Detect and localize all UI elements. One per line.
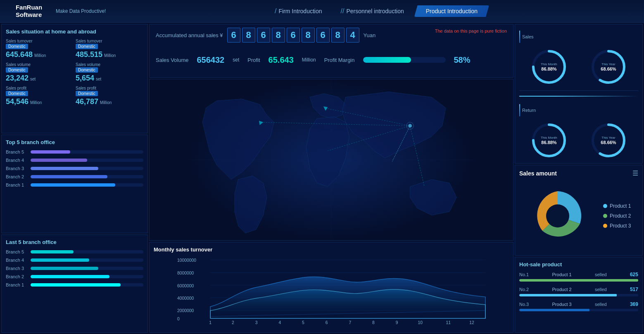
gauge-year-label-2: This Year — [601, 136, 616, 140]
branch-name: Branch 2 — [6, 274, 27, 279]
center-top-panel: Accumulated annual sales ¥ 686868684 Yua… — [149, 24, 513, 78]
return-indicator — [519, 104, 520, 116]
gauge-month-label-1: This Month — [541, 62, 557, 66]
stat-row-turnover-1: 645.648 Million — [6, 50, 74, 59]
hot-item-header: No.1 Product 1 selled 625 — [519, 272, 638, 277]
hot-selled-label: selled — [595, 287, 607, 292]
nav-tab-product[interactable]: Product Introduction — [414, 5, 489, 17]
hot-product-name: Product 2 — [552, 287, 572, 292]
return-gauges-row: This Month 86.88% This Year — [519, 122, 638, 159]
svg-text:4: 4 — [278, 320, 281, 325]
svg-text:8: 8 — [372, 320, 375, 325]
hot-sale-list: No.1 Product 1 selled 625 No.2 Product 2… — [519, 272, 638, 311]
gauge-circle-2: This Year 68.66% — [590, 48, 627, 85]
branch-bar-bg — [31, 258, 143, 262]
svg-text:8000000: 8000000 — [177, 271, 194, 275]
branch-bar-fill — [31, 258, 89, 262]
hot-count: 369 — [630, 301, 638, 307]
margin-bar — [363, 57, 446, 63]
hot-bar-fill — [519, 294, 617, 296]
nav-tab-firm[interactable]: / Firm Introduction — [266, 5, 330, 17]
stat-profit-2: Sales profit Domestic — [76, 86, 143, 96]
gauge-month-label-2: This Month — [541, 136, 557, 140]
legend-dot-product2 — [603, 214, 607, 218]
nav-tab-personnel[interactable]: // Personnel introduction — [333, 5, 412, 17]
branch-bar-bg — [31, 183, 143, 187]
hot-item-header: No.3 Product 3 selled 369 — [519, 301, 638, 307]
digit-box: 8 — [272, 28, 285, 43]
svg-text:2000000: 2000000 — [177, 308, 194, 313]
monthly-title: Monthly sales turnover — [154, 246, 509, 253]
branch-bar-fill — [31, 175, 107, 178]
stat-col-1: Sales turnover Domestic 645.648 Million … — [6, 39, 74, 106]
branch-bar-bg — [31, 283, 143, 287]
svg-text:11: 11 — [446, 320, 451, 325]
hot-selled-label: selled — [595, 272, 607, 277]
stat-volume-1: Sales volume Domestic — [6, 62, 74, 73]
stat-row-volume-2: 5,654 set — [76, 74, 143, 83]
stat-row-volume-1: 23,242 set — [6, 74, 74, 83]
branch-bar-fill — [31, 283, 121, 287]
branch-bar-fill — [31, 159, 87, 162]
logo: FanRuanSoftware — [6, 4, 52, 19]
sales-gauges-row: This Month 86.88% This Year — [519, 48, 638, 85]
svg-text:4000000: 4000000 — [177, 296, 194, 301]
hot-rank: No.2 — [519, 287, 529, 292]
profit-unit: Million — [302, 57, 316, 63]
volume-label: Sales Volume — [156, 57, 189, 63]
hot-product-name: Product 3 — [552, 302, 572, 307]
world-map — [149, 79, 513, 241]
hot-bar-bg — [519, 294, 638, 296]
branch-bar-bg — [31, 250, 143, 253]
stats-grid: Sales turnover Domestic 645.648 Million … — [6, 39, 143, 106]
digit-box: 6 — [257, 28, 270, 43]
branch-name: Branch 5 — [6, 249, 27, 254]
header: FanRuanSoftware Make Data Productive! / … — [0, 0, 644, 23]
slash-icon-2: // — [341, 7, 345, 15]
top5-title: Top 5 branch office — [6, 139, 143, 145]
svg-text:10000000: 10000000 — [177, 258, 196, 263]
branch-name: Branch 3 — [6, 166, 27, 171]
hot-item: No.2 Product 2 selled 517 — [519, 287, 638, 296]
metrics-row: Sales Volume 656432 set Profit 65.643 Mi… — [156, 46, 507, 74]
sales-amount-header: Sales amount ☰ — [519, 169, 638, 177]
branch-item: Branch 5 — [6, 149, 143, 154]
branch-bar-fill — [31, 275, 109, 278]
hot-rank: No.1 — [519, 272, 529, 277]
stat-row-profit-1: 54,546 Million — [6, 97, 74, 106]
gauge-year-label-1: This Year — [601, 62, 616, 66]
slogan: Make Data Productive! — [56, 8, 118, 14]
branch-bar-fill — [31, 267, 98, 270]
sales-situation-title: Sales situation at home and abroad — [6, 28, 143, 35]
svg-text:7: 7 — [349, 320, 351, 325]
gauge-row-top: Sales — [519, 28, 638, 45]
menu-icon[interactable]: ☰ — [632, 169, 638, 177]
branch-bar-bg — [31, 150, 143, 154]
monthly-chart-svg: 10000000 8000000 6000000 4000000 2000000… — [154, 256, 509, 326]
branch-name: Branch 4 — [6, 158, 27, 163]
hot-bar-bg — [519, 279, 638, 282]
branch-item: Branch 1 — [6, 182, 143, 187]
digit-box: 8 — [331, 28, 345, 43]
right-column: Sales This Month 86.88% — [515, 24, 643, 333]
digit-box: 6 — [316, 28, 330, 43]
separator-1 — [519, 90, 638, 91]
svg-text:1: 1 — [209, 320, 211, 325]
center-column: Accumulated annual sales ¥ 686868684 Yua… — [149, 24, 513, 333]
hot-rank: No.3 — [519, 302, 529, 307]
gauge-year-val-1: 68.66% — [601, 66, 616, 71]
last5-panel: Last 5 branch office Branch 5 Branch 4 B… — [1, 235, 148, 333]
stat-turnover-1: Sales turnover Domestic — [6, 39, 74, 49]
branch-item: Branch 2 — [6, 274, 143, 279]
return-label: Return — [522, 108, 539, 113]
branch-name: Branch 2 — [6, 174, 27, 179]
branch-bar-bg — [31, 159, 143, 162]
legend-dot-product1 — [603, 204, 607, 208]
gauge-circle-4: This Year 68.66% — [590, 122, 627, 159]
slash-icon: / — [275, 7, 276, 15]
profit-value: 65.643 — [269, 55, 294, 65]
gauge-row-return: Return — [519, 102, 638, 118]
svg-text:5: 5 — [302, 320, 304, 325]
hot-bar-dot — [585, 309, 589, 311]
hot-bar-fill — [519, 309, 589, 311]
